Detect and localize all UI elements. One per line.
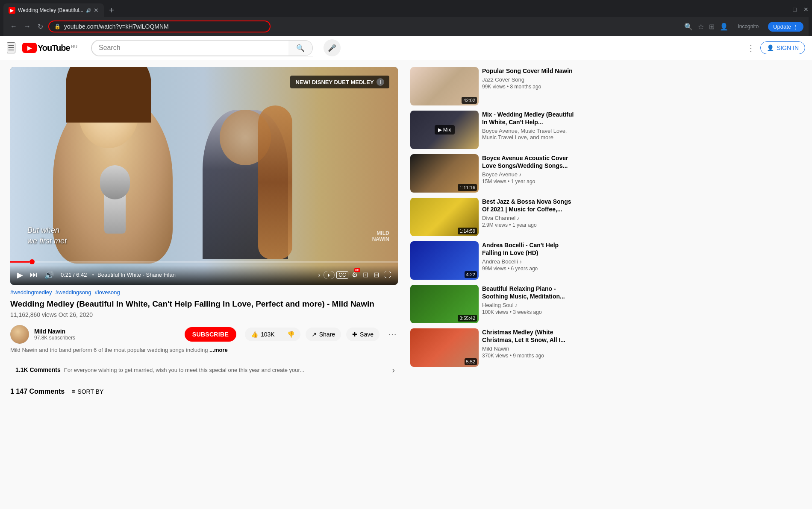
hashtag-weddingmedley[interactable]: #weddingmedley [10, 289, 52, 295]
like-count: 103K [261, 331, 275, 338]
hashtag-weddingsong[interactable]: #weddingsong [56, 289, 91, 295]
refresh-button[interactable]: ↻ [36, 21, 45, 32]
tab-bar: ▶ Wedding Medley (Beautiful... 🔊 ✕ + — □… [3, 3, 809, 17]
browser-search-icon[interactable]: 🔍 [684, 23, 693, 31]
win-maximize-icon[interactable]: □ [793, 6, 797, 13]
channel-name[interactable]: Mild Nawin [34, 328, 179, 335]
forward-button[interactable]: → [22, 21, 32, 32]
sidebar-channel-name: Boyce Avenue, Music Travel Love, Music T… [482, 128, 574, 140]
sidebar-video-item[interactable]: 3:55:42 Beautiful Relaxing Piano - Sooth… [410, 285, 574, 323]
share-button[interactable]: ↗ Share [306, 328, 341, 341]
comments-label: Comments [29, 366, 60, 373]
watermark-line1: MILD [372, 230, 389, 236]
video-player[interactable]: NEW! DISNEY DUET MEDLEY i But when we fi… [10, 67, 398, 285]
sidebar-video-item[interactable]: 1:14:59 Best Jazz & Bossa Nova Songs Of … [410, 198, 574, 236]
sidebar-video-meta: 370K views • 9 months ago [482, 353, 574, 359]
lock-icon: 🔒 [54, 23, 61, 29]
profile-icon[interactable]: 👤 [720, 23, 728, 31]
comments-preview-row[interactable]: 1.1K Comments For everyone wishing to ge… [10, 361, 400, 379]
video-time: 0:21 / 6:42 [61, 272, 87, 278]
main-content: NEW! DISNEY DUET MEDLEY i But when we fi… [0, 60, 812, 509]
description-text: Mild Nawin and trio band perform 6 of th… [10, 347, 208, 353]
chapter-next-icon[interactable]: › [318, 272, 321, 278]
search-input[interactable] [91, 40, 288, 56]
controls-right: ⏵ CC ⚙ HD ⊡ ⊟ ⛶ [324, 269, 392, 281]
tab-close-button[interactable]: ✕ [94, 7, 99, 14]
address-bar-container[interactable]: 🔒 [48, 20, 271, 32]
subtitles-button[interactable]: CC [336, 271, 348, 279]
incognito-badge: Incognito [733, 22, 763, 31]
win-close-icon[interactable]: ✕ [803, 6, 809, 13]
sort-by-button[interactable]: ≡ SORT BY [71, 388, 103, 395]
video-hashtags: #weddingmedley #weddingsong #lovesong [10, 289, 400, 295]
sidebar-video-item[interactable]: ▶ Mix Mix - Wedding Medley (Beautiful In… [410, 111, 574, 149]
more-link[interactable]: ...more [209, 347, 228, 353]
sidebar: 42:02 Popular Song Cover Mild Nawin Jazz… [410, 60, 581, 509]
sign-in-icon: 👤 [767, 44, 774, 51]
more-options-button[interactable]: ⋮ [747, 43, 755, 53]
toolbar-right: 🔍 ☆ ⊞ 👤 Incognito Update ⋮ [684, 22, 803, 32]
sidebar-thumbnail: 1:14:59 [410, 198, 479, 236]
mic-button[interactable]: 🎤 [324, 39, 341, 56]
play-button[interactable]: ▶ [15, 269, 25, 281]
address-bar-input[interactable] [64, 23, 265, 30]
like-dislike-group: 👍 103K 👎 [245, 328, 300, 341]
new-tab-button[interactable]: + [106, 4, 118, 17]
sidebar-video-item[interactable]: 1:11:16 Boyce Avenue Acoustic Cover Love… [410, 154, 574, 193]
hashtag-lovesong[interactable]: #lovesong [94, 289, 120, 295]
settings-button[interactable]: ⚙ HD [350, 269, 359, 281]
extensions-icon[interactable]: ⊞ [709, 23, 715, 31]
dislike-button[interactable]: 👎 [281, 328, 300, 341]
sidebar-video-meta: 100K views • 3 weeks ago [482, 309, 574, 315]
badge-text: NEW! DISNEY DUET MEDLEY [295, 79, 374, 85]
youtube-logo-region: RU [71, 44, 77, 49]
more-actions-button[interactable]: ⋯ [385, 328, 400, 341]
next-button[interactable]: ⏭ [28, 269, 39, 281]
youtube-logo-text: YouTube [38, 43, 70, 53]
menu-button[interactable]: ☰ [7, 42, 15, 53]
fullscreen-button[interactable]: ⛶ [382, 269, 393, 281]
update-more-icon: ⋮ [793, 23, 798, 30]
sidebar-channel-name: Andrea Bocelli ♪ [482, 258, 574, 265]
search-button[interactable]: 🔍 [288, 40, 313, 56]
chapter-title: Beautiful In White - Shane Filan [97, 272, 315, 278]
miniplayer-button[interactable]: ⊡ [361, 269, 370, 281]
time-current: 0:21 [61, 272, 71, 278]
sidebar-video-item[interactable]: 5:52 Christmas Medley (White Christmas, … [410, 328, 574, 367]
volume-button[interactable]: 🔊 [43, 269, 56, 281]
video-badge: NEW! DISNEY DUET MEDLEY i [290, 76, 389, 88]
sidebar-video-item[interactable]: 42:02 Popular Song Cover Mild Nawin Jazz… [410, 67, 574, 105]
video-scene [10, 67, 398, 285]
win-minimize-icon[interactable]: — [780, 6, 786, 13]
active-tab[interactable]: ▶ Wedding Medley (Beautiful... 🔊 ✕ [3, 3, 104, 17]
video-progress-bar[interactable] [10, 261, 398, 263]
theater-button[interactable]: ⊟ [372, 269, 381, 281]
playlist-icon: ▶ Mix [410, 111, 479, 149]
sidebar-video-title: Boyce Avenue Acoustic Cover Love Songs/W… [482, 154, 574, 170]
autoplay-toggle[interactable]: ⏵ [324, 271, 335, 279]
comments-preview-text: For everyone wishing to get married, wis… [64, 367, 392, 373]
bookmark-icon[interactable]: ☆ [698, 23, 704, 31]
video-meta: 11,162,860 views Oct 26, 2020 [10, 311, 400, 318]
sidebar-channel-name: Mild Nawin [482, 345, 574, 352]
back-button[interactable]: ← [9, 21, 19, 32]
sidebar-video-info: Beautiful Relaxing Piano - Soothing Musi… [482, 285, 574, 323]
sidebar-thumbnail: 3:55:42 [410, 285, 479, 323]
sign-in-button[interactable]: 👤 SIGN IN [760, 41, 805, 54]
save-button[interactable]: ✚ Save [346, 328, 380, 341]
channel-info: Mild Nawin 97.8K subscribers [34, 328, 179, 341]
youtube-logo[interactable]: ▶ YouTube RU [22, 43, 77, 53]
update-button[interactable]: Update ⋮ [768, 22, 803, 32]
like-button[interactable]: 👍 103K [245, 328, 281, 341]
sidebar-video-item[interactable]: 4:22 Andrea Bocelli - Can't Help Falling… [410, 241, 574, 280]
subscribe-button[interactable]: SUBSCRIBE [185, 327, 236, 342]
sidebar-video-meta: 2.9M views • 1 year ago [482, 222, 574, 228]
comments-count-label: 1.1K Comments [15, 366, 61, 373]
sidebar-channel-name: Diva Channel ♪ [482, 215, 574, 221]
verified-icon: ♪ [515, 302, 518, 308]
dislike-icon: 👎 [287, 331, 294, 338]
verified-icon: ♪ [519, 259, 522, 265]
youtube-header: ☰ ▶ YouTube RU 🔍 🎤 ⋮ 👤 SIGN IN [0, 36, 812, 60]
sidebar-thumbnail: 42:02 [410, 67, 479, 105]
sidebar-video-title: Best Jazz & Bossa Nova Songs Of 2021 | M… [482, 198, 574, 213]
